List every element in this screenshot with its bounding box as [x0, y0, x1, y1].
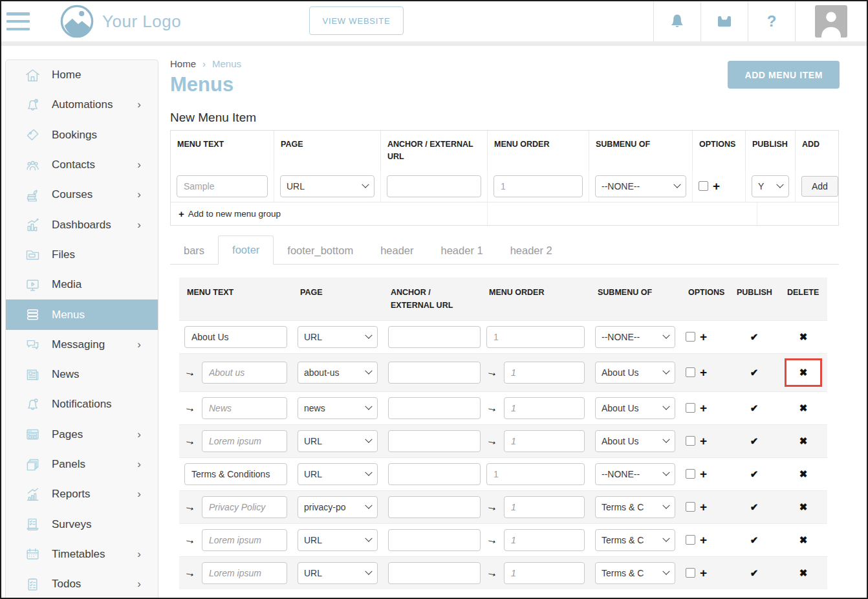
plus-icon[interactable]: +	[700, 468, 707, 480]
menu-text-input[interactable]	[184, 463, 287, 485]
plus-icon[interactable]: +	[700, 402, 707, 414]
options-checkbox[interactable]	[686, 367, 695, 377]
anchor-url-input[interactable]	[388, 529, 481, 551]
sidebar-item-home[interactable]: Home ›	[6, 60, 158, 90]
plus-icon[interactable]: +	[713, 180, 720, 192]
new-page-select[interactable]: URL	[280, 175, 374, 197]
submenu-select[interactable]: --NONE--	[595, 463, 675, 485]
page-select[interactable]: URL	[298, 463, 378, 485]
menu-text-input[interactable]	[202, 562, 287, 584]
sidebar-item-dashboards[interactable]: Dashboards ›	[6, 210, 158, 239]
sidebar-item-notifications[interactable]: Notifications ›	[6, 389, 158, 419]
menu-order-input[interactable]	[504, 362, 585, 384]
menu-order-input[interactable]	[486, 463, 585, 485]
page-select[interactable]: URL	[298, 529, 378, 551]
sidebar-item-panels[interactable]: Panels ›	[6, 450, 158, 479]
sidebar-item-surveys[interactable]: Surveys ›	[6, 509, 158, 539]
options-checkbox[interactable]	[686, 332, 695, 342]
help-icon[interactable]: ?	[748, 1, 795, 41]
delete-x-icon[interactable]: ✖	[799, 402, 808, 414]
publish-check-icon[interactable]: ✔	[750, 402, 759, 414]
menu-order-input[interactable]	[504, 430, 585, 452]
menu-order-input[interactable]	[504, 529, 585, 551]
publish-check-icon[interactable]: ✔	[750, 331, 759, 343]
add-row-button[interactable]: Add	[801, 176, 838, 197]
sidebar-item-pages[interactable]: Pages ›	[6, 420, 158, 450]
publish-check-icon[interactable]: ✔	[750, 468, 759, 480]
submenu-select[interactable]: About Us	[595, 430, 675, 452]
menu-text-input[interactable]	[202, 529, 287, 551]
sidebar-item-reports[interactable]: Reports ›	[6, 479, 158, 509]
submenu-select[interactable]: Terms & C	[595, 496, 675, 518]
new-menu-order-input[interactable]	[494, 175, 583, 197]
submenu-select[interactable]: Terms & C	[595, 562, 675, 584]
page-select[interactable]: URL	[298, 326, 378, 348]
sidebar-item-news[interactable]: News ›	[6, 360, 158, 389]
tab-header-2[interactable]: header 2	[497, 237, 566, 265]
publish-check-icon[interactable]: ✔	[750, 501, 759, 513]
anchor-url-input[interactable]	[388, 397, 481, 419]
tab-footer_bottom[interactable]: footer_bottom	[274, 237, 367, 265]
sidebar-item-contacts[interactable]: Contacts ›	[6, 150, 158, 180]
anchor-url-input[interactable]	[388, 326, 481, 348]
plus-icon[interactable]: +	[700, 567, 707, 579]
plus-icon[interactable]: +	[700, 435, 707, 447]
add-menu-item-button[interactable]: ADD MENU ITEM	[728, 61, 840, 89]
delete-x-icon[interactable]: ✖	[799, 367, 808, 378]
menu-text-input[interactable]	[184, 326, 287, 348]
publish-check-icon[interactable]: ✔	[750, 534, 759, 546]
anchor-url-input[interactable]	[388, 562, 481, 584]
sidebar-item-courses[interactable]: Courses ›	[6, 180, 158, 210]
delete-x-icon[interactable]: ✖	[799, 435, 808, 447]
publish-check-icon[interactable]: ✔	[750, 435, 759, 447]
options-checkbox[interactable]	[686, 568, 695, 578]
options-checkbox[interactable]	[686, 502, 695, 512]
submenu-select[interactable]: Terms & C	[595, 529, 675, 551]
tab-footer[interactable]: footer	[218, 235, 274, 265]
inbox-icon[interactable]	[701, 1, 748, 41]
tab-bars[interactable]: bars	[170, 237, 218, 265]
add-to-new-menu-group-link[interactable]: + Add to new menu group	[171, 202, 488, 225]
submenu-select[interactable]: About Us	[595, 397, 675, 419]
menu-order-input[interactable]	[504, 562, 585, 584]
plus-icon[interactable]: +	[700, 331, 707, 343]
publish-check-icon[interactable]: ✔	[750, 367, 759, 378]
anchor-url-input[interactable]	[388, 362, 481, 384]
options-checkbox[interactable]	[686, 403, 695, 413]
new-options-checkbox[interactable]	[699, 181, 708, 191]
page-select[interactable]: news	[298, 397, 378, 419]
sidebar-item-media[interactable]: Media ›	[6, 270, 158, 300]
page-select[interactable]: about-us	[298, 362, 378, 384]
delete-x-icon[interactable]: ✖	[799, 331, 808, 343]
sidebar-item-menus[interactable]: Menus ›	[6, 300, 158, 329]
plus-icon[interactable]: +	[700, 534, 707, 546]
plus-icon[interactable]: +	[700, 501, 707, 513]
publish-check-icon[interactable]: ✔	[750, 567, 759, 579]
page-select[interactable]: privacy-po	[298, 496, 378, 518]
sidebar-item-bookings[interactable]: Bookings ›	[6, 120, 158, 150]
user-avatar[interactable]	[796, 1, 867, 41]
hamburger-menu-icon[interactable]	[6, 12, 30, 30]
new-anchor-url-input[interactable]	[387, 175, 481, 197]
anchor-url-input[interactable]	[388, 463, 481, 485]
delete-x-icon[interactable]: ✖	[799, 534, 808, 546]
new-submenu-select[interactable]: --NONE--	[595, 175, 686, 197]
options-checkbox[interactable]	[686, 436, 695, 446]
menu-text-input[interactable]	[202, 496, 287, 518]
page-select[interactable]: URL	[298, 430, 378, 452]
notifications-bell-icon[interactable]	[654, 1, 700, 41]
sidebar-item-messaging[interactable]: Messaging ›	[6, 330, 158, 360]
view-website-button[interactable]: VIEW WEBSITE	[309, 6, 404, 35]
options-checkbox[interactable]	[686, 469, 695, 479]
tab-header-1[interactable]: header 1	[428, 237, 497, 265]
menu-text-input[interactable]	[202, 362, 287, 384]
sidebar-item-timetables[interactable]: Timetables ›	[6, 539, 158, 569]
new-menu-text-input[interactable]	[177, 175, 268, 197]
logo[interactable]: Your Logo	[60, 4, 181, 39]
page-select[interactable]: URL	[298, 562, 378, 584]
sidebar-item-files[interactable]: Files ›	[6, 240, 158, 270]
sidebar-item-automations[interactable]: Automations ›	[6, 90, 158, 120]
menu-order-input[interactable]	[504, 397, 585, 419]
delete-x-icon[interactable]: ✖	[799, 567, 808, 579]
menu-order-input[interactable]	[486, 326, 585, 348]
